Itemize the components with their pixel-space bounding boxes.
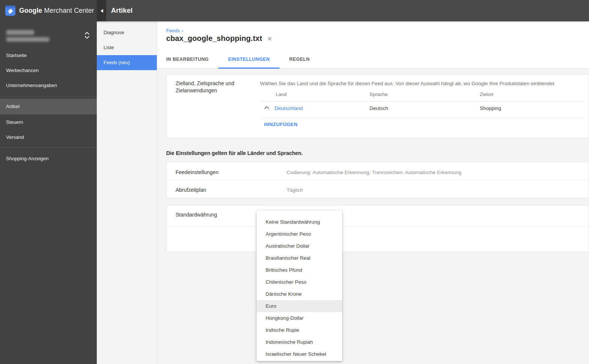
- hinzufuegen-button[interactable]: HINZUFÜGEN: [264, 122, 298, 127]
- sidebar-item-artikel[interactable]: Artikel: [0, 99, 97, 114]
- sidebar-item-werbechancen[interactable]: Werbechancen: [0, 63, 97, 78]
- currency-option[interactable]: Brasilianischer Real: [257, 252, 342, 264]
- tab-regeln[interactable]: REGELN: [279, 51, 320, 69]
- sidebar-divider: [0, 147, 97, 148]
- row-divider: [167, 226, 589, 227]
- merchant-center-icon: [5, 6, 15, 16]
- abrufzeitplan-label[interactable]: Abrufzeitplan: [176, 187, 206, 193]
- currency-option[interactable]: Britisches Pfund: [257, 264, 342, 276]
- currency-option[interactable]: Indonesische Rupiah: [257, 336, 342, 348]
- tab-in-bearbeitung[interactable]: IN BEARBEITUNG: [156, 51, 218, 69]
- table-row-sprache: Deutsch: [370, 105, 388, 111]
- currency-option[interactable]: Keine Standardwährung: [257, 216, 342, 228]
- collapse-panel-button[interactable]: [97, 0, 106, 21]
- row-divider: [167, 180, 589, 180]
- sidebar-item-unternehmensangaben[interactable]: Unternehmensangaben: [0, 78, 97, 93]
- sidebar-item-shopping-anzeigen[interactable]: Shopping-Anzeigen: [0, 151, 97, 166]
- currency-option[interactable]: Australischer Dollar: [257, 240, 342, 252]
- currency-option[interactable]: Hongkong-Dollar: [257, 312, 342, 324]
- page-section-title: Artikel: [111, 7, 132, 15]
- table-divider: [260, 101, 583, 102]
- standardwaehrung-label[interactable]: Standardwährung: [176, 211, 217, 218]
- main-content: Feeds› cbax_google_shopping.txt × IN BEA…: [157, 21, 589, 364]
- currency-option[interactable]: Chilenischer Peso: [257, 276, 342, 288]
- table-row-land-link[interactable]: Deutschland: [275, 105, 303, 111]
- column-header-zielort: Zielort: [480, 92, 493, 97]
- currency-option[interactable]: Israelischer Neuer Schekel: [257, 348, 342, 360]
- account-name-redacted: [6, 30, 34, 35]
- target-settings-description: Wählen Sie das Land und die Sprache für …: [260, 81, 582, 86]
- sidebar-divider: [0, 97, 97, 97]
- currency-option[interactable]: Argentinischer Peso: [257, 228, 342, 240]
- unfold-more-icon: [84, 31, 90, 40]
- account-switcher[interactable]: [0, 25, 97, 47]
- feedeinstellungen-value: Codierung: Automatische Erkennung; Trenn…: [287, 170, 461, 175]
- currency-option-selected[interactable]: Euro: [257, 300, 342, 312]
- sidebar-item-startseite[interactable]: Startseite: [0, 48, 97, 63]
- table-divider: [260, 118, 583, 118]
- arrow-left-icon: [99, 9, 103, 13]
- feed-title: cbax_google_shopping.txt: [166, 34, 262, 43]
- merchant-center-logo[interactable]: Google Merchant Center: [0, 0, 97, 21]
- sidebar-item-steuern[interactable]: Steuern: [0, 115, 97, 130]
- subnav-item-liste[interactable]: Liste: [97, 40, 157, 55]
- close-icon[interactable]: ×: [267, 35, 272, 42]
- topbar: Artikel: [106, 0, 589, 21]
- currency-option[interactable]: Indische Rupie: [257, 324, 342, 336]
- breadcrumb[interactable]: Feeds›: [166, 28, 183, 33]
- column-header-sprache: Sprache: [370, 92, 388, 97]
- currency-dropdown-menu: Keine Standardwährung Argentinischer Pes…: [257, 211, 342, 361]
- sidebar-item-versand[interactable]: Versand: [0, 130, 97, 145]
- tab-einstellungen[interactable]: EINSTELLUNGEN: [218, 51, 279, 69]
- breadcrumb-feeds-link[interactable]: Feeds: [166, 28, 180, 33]
- subnav-item-diagnose[interactable]: Diagnose: [97, 25, 157, 40]
- table-row-zielort: Shopping: [480, 105, 501, 111]
- column-header-land: Land: [276, 92, 287, 97]
- subnav-item-feeds-neu[interactable]: Feeds (neu): [97, 55, 157, 70]
- feed-settings-card: Feedeinstellungen Codierung: Automatisch…: [166, 162, 589, 198]
- feedeinstellungen-label[interactable]: Feedeinstellungen: [176, 169, 218, 175]
- currency-card: Standardwährung: [166, 205, 589, 252]
- primary-sidebar: Google Merchant Center Startseite Werbec…: [0, 0, 97, 364]
- feed-header: Feeds› cbax_google_shopping.txt × IN BEA…: [157, 21, 589, 69]
- secondary-sidebar: Diagnose Liste Feeds (neu): [97, 21, 157, 364]
- chevron-up-icon[interactable]: [264, 106, 269, 109]
- target-settings-label: Zielland, Zielsprache und Zielanwendunge…: [176, 80, 245, 94]
- logo-text: Google Merchant Center: [19, 7, 94, 15]
- feed-tabs: IN BEARBEITUNG EINSTELLUNGEN REGELN: [156, 51, 320, 69]
- abrufzeitplan-value: Täglich: [287, 187, 303, 193]
- breadcrumb-separator: ›: [182, 28, 183, 33]
- target-settings-card: Zielland, Zielsprache und Zielanwendunge…: [166, 74, 589, 138]
- settings-note: Die Einstellungen gelten für alle Länder…: [166, 150, 303, 156]
- account-id-redacted: [6, 37, 49, 42]
- currency-option[interactable]: Dänische Krone: [257, 288, 342, 300]
